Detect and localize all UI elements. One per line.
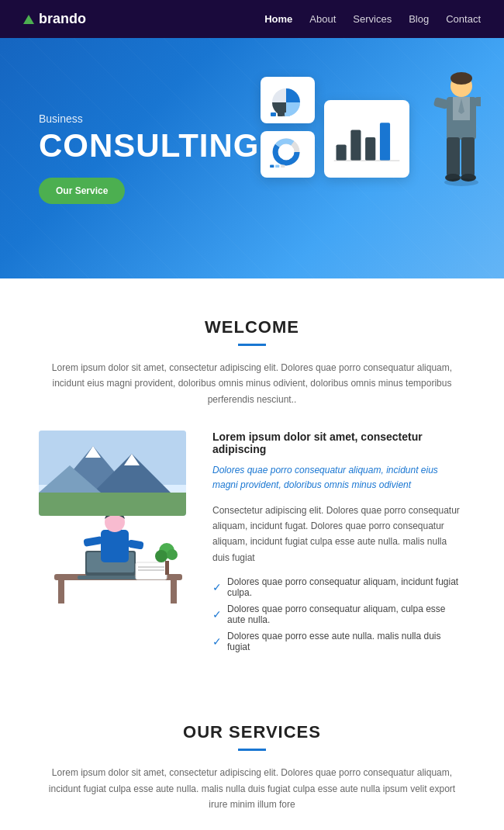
svg-rect-24 [461,137,475,176]
welcome-subheading: Lorem ipsum dolor sit amet, consectetur … [212,431,465,455]
services-section: OUR SERVICES Lorem ipsum dolor sit amet,… [0,683,504,830]
svg-rect-20 [433,97,449,109]
svg-rect-1 [271,112,276,116]
svg-rect-8 [275,165,279,168]
welcome-body-text: Consectetur adipiscing elit. Dolores qua… [212,503,465,566]
svg-rect-12 [365,137,375,161]
svg-rect-37 [58,580,64,603]
our-service-button[interactable]: Our Service [39,178,125,204]
svg-rect-23 [447,137,460,176]
svg-rect-45 [101,530,129,562]
welcome-divider [238,344,266,346]
welcome-right-text: Lorem ipsum dolor sit amet, consectetur … [212,431,465,652]
svg-rect-9 [281,165,285,168]
donut-chart-icon [265,136,308,173]
checklist-item-3: ✓ Dolores quae porro esse aute nulla. ma… [212,631,465,652]
logo-text: brando [39,11,86,27]
nav-link-home[interactable]: Home [264,13,292,25]
logo-triangle-icon [23,15,34,24]
nav-link-contact[interactable]: Contact [446,13,481,25]
svg-point-16 [450,72,472,85]
logo[interactable]: brando [23,11,86,27]
bar-chart-icon [330,106,403,168]
person-figure [419,69,481,212]
svg-rect-35 [39,493,186,516]
svg-rect-42 [136,562,167,579]
mountain-svg [39,431,186,516]
svg-rect-41 [78,576,143,579]
welcome-image-area [39,431,194,612]
welcome-checklist: ✓ Dolores quae porro consequatur aliquam… [212,576,465,652]
svg-rect-47 [83,536,102,547]
services-divider [238,749,266,751]
checklist-item-1: ✓ Dolores quae porro consequatur aliquam… [212,576,465,598]
svg-rect-52 [165,561,169,575]
svg-rect-10 [337,144,347,161]
check-icon-1: ✓ [212,581,222,593]
mountain-illustration [39,431,186,516]
svg-point-50 [155,550,167,562]
svg-rect-13 [380,123,390,161]
svg-rect-48 [127,540,143,550]
welcome-italic-text: Dolores quae porro consequatur aliquam, … [212,463,465,493]
svg-rect-11 [350,130,361,161]
nav-link-services[interactable]: Services [353,13,392,25]
welcome-intro: Lorem ipsum dolor sit amet, consectetur … [39,360,465,407]
donut-chart-card [261,131,315,178]
svg-point-51 [167,549,178,560]
nav-links: Home About Services Blog Contact [264,13,481,25]
welcome-title: WELCOME [39,317,465,337]
hero-illustration [261,61,481,212]
checklist-item-2: ✓ Dolores quae porro consequatur aliquam… [212,603,465,625]
welcome-content: Lorem ipsum dolor sit amet, consectetur … [39,431,465,652]
hero-section: Business CONSULTING Our Service [0,38,504,278]
hero-text-block: Business CONSULTING Our Service [39,112,260,204]
svg-rect-21 [475,97,481,106]
pie-chart-card [261,77,315,123]
services-title: OUR SERVICES [39,722,465,742]
hero-subtitle: Business [39,112,260,125]
nav-link-about[interactable]: About [309,13,336,25]
svg-point-27 [444,178,478,186]
svg-rect-7 [270,165,274,168]
pie-chart-icon [267,83,306,122]
desk-person-svg [39,508,194,609]
welcome-section: WELCOME Lorem ipsum dolor sit amet, cons… [0,278,504,683]
svg-rect-3 [285,112,290,116]
hero-title: CONSULTING [39,128,260,164]
services-intro: Lorem ipsum dolor sit amet, consectetur … [39,765,465,812]
nav-link-blog[interactable]: Blog [409,13,429,25]
bar-chart-card [324,100,409,178]
person-svg [419,69,481,209]
check-icon-3: ✓ [212,635,222,648]
svg-rect-38 [171,580,177,603]
svg-rect-2 [278,112,283,116]
navbar: brando Home About Services Blog Contact [0,0,504,38]
desk-person-illustration [39,508,194,612]
check-icon-2: ✓ [212,608,222,621]
